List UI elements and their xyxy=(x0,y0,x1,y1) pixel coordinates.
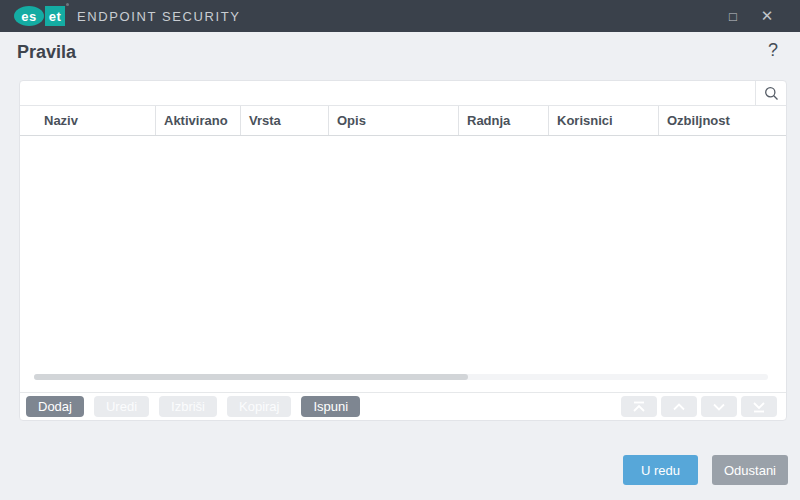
fill-button[interactable]: Ispuni xyxy=(301,396,360,417)
column-header-radnja[interactable]: Radnja xyxy=(458,106,548,135)
page-title: Pravila xyxy=(17,42,76,63)
move-top-icon xyxy=(631,401,647,413)
eset-rules-dialog: es et ENDPOINT SECURITY □ ✕ Pravila ? xyxy=(0,0,800,500)
horizontal-scrollbar-thumb[interactable] xyxy=(34,374,468,380)
column-header-korisnici[interactable]: Korisnici xyxy=(548,106,658,135)
ok-button[interactable]: U redu xyxy=(623,455,698,485)
maximize-icon: □ xyxy=(729,9,737,24)
move-bottom-icon xyxy=(751,401,767,413)
column-header-vrsta[interactable]: Vrsta xyxy=(240,106,328,135)
table-header-row: Naziv Aktivirano Vrsta Opis Radnja Koris… xyxy=(20,106,786,136)
close-icon: ✕ xyxy=(761,7,774,25)
maximize-button[interactable]: □ xyxy=(718,0,748,32)
column-header-ozbiljnost[interactable]: Ozbiljnost xyxy=(658,106,786,135)
column-header-naziv[interactable]: Naziv xyxy=(20,106,155,135)
move-down-button[interactable] xyxy=(701,396,737,417)
move-bottom-button[interactable] xyxy=(741,396,777,417)
eset-logo-et: et xyxy=(45,6,65,26)
move-button-group xyxy=(621,396,777,417)
edit-button[interactable]: Uredi xyxy=(94,396,149,417)
magnifier-icon xyxy=(764,86,779,101)
registered-mark-icon xyxy=(66,3,69,6)
move-down-icon xyxy=(711,401,727,413)
move-up-icon xyxy=(671,401,687,413)
delete-button[interactable]: Izbriši xyxy=(159,396,217,417)
eset-logo-es: es xyxy=(14,6,44,26)
search-input[interactable] xyxy=(20,81,755,105)
action-button-strip: Dodaj Uredi Izbriši Kopiraj Ispuni xyxy=(20,392,786,420)
copy-button[interactable]: Kopiraj xyxy=(227,396,291,417)
move-top-button[interactable] xyxy=(621,396,657,417)
column-header-opis[interactable]: Opis xyxy=(328,106,458,135)
column-header-aktivirano[interactable]: Aktivirano xyxy=(155,106,240,135)
rules-panel: Naziv Aktivirano Vrsta Opis Radnja Koris… xyxy=(19,80,787,421)
product-name: ENDPOINT SECURITY xyxy=(77,9,240,24)
help-icon: ? xyxy=(768,40,778,60)
move-up-button[interactable] xyxy=(661,396,697,417)
cancel-button[interactable]: Odustani xyxy=(712,455,788,485)
add-button[interactable]: Dodaj xyxy=(26,396,84,417)
eset-logo: es et xyxy=(14,6,65,26)
search-button[interactable] xyxy=(755,81,786,105)
table-body xyxy=(20,136,786,392)
search-bar xyxy=(20,81,786,106)
help-button[interactable]: ? xyxy=(763,40,783,62)
close-button[interactable]: ✕ xyxy=(752,0,782,32)
titlebar: es et ENDPOINT SECURITY □ ✕ xyxy=(0,0,800,32)
